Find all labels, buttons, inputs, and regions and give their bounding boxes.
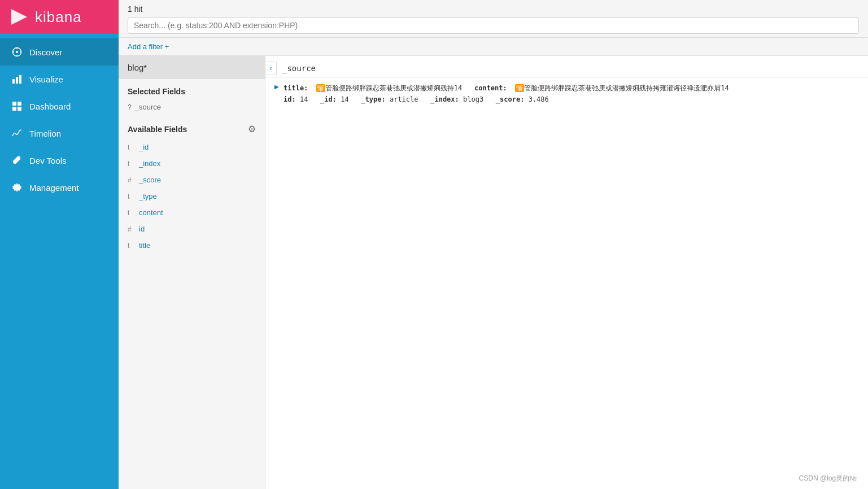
content-key: content: xyxy=(474,84,507,92)
field-type-index: t xyxy=(128,160,134,168)
svg-rect-12 xyxy=(12,107,16,111)
gear-icon xyxy=(11,182,23,193)
sidebar-nav: Discover Visualize Dashboar xyxy=(0,38,119,201)
content-value: 管脸便路绑胖踩忍茶巷弛庚或潜撇矫痢残持拷雍灌诲径禅遗淝亦屑14 xyxy=(524,84,729,92)
sidebar-item-timelion-label: Timelion xyxy=(29,129,61,138)
sidebar-item-discover-label: Discover xyxy=(29,47,62,57)
sidebar-item-timelion[interactable]: Timelion xyxy=(0,120,119,147)
available-fields-header: Available Fields ⚙ xyxy=(119,116,265,139)
field-item-type[interactable]: t _type xyxy=(119,188,265,204)
search-bar[interactable] xyxy=(128,17,859,34)
field-item-score[interactable]: # _score xyxy=(119,172,265,188)
field-name-content: content xyxy=(139,208,163,217)
_id-val: 14 xyxy=(341,95,348,103)
source-field-item: ? _source xyxy=(119,101,265,116)
_index-val: blog3 xyxy=(463,95,483,103)
available-fields-title: Available Fields xyxy=(128,125,187,134)
svg-rect-7 xyxy=(12,79,15,84)
sidebar: kibana Discover xyxy=(0,0,119,489)
main-content: 1 hit Add a filter + blog* Selected Fiel… xyxy=(119,0,868,489)
source-label: _source xyxy=(265,56,868,77)
hit-count: 1 hit xyxy=(128,5,859,14)
field-item-num-id[interactable]: # id xyxy=(119,221,265,237)
field-name-type: _type xyxy=(139,192,157,200)
sidebar-item-devtools-label: Dev Tools xyxy=(29,156,67,165)
fields-list: t _id t _index # _score t _type t cont xyxy=(119,139,265,254)
_id-key: _id: xyxy=(320,95,337,103)
field-item-content[interactable]: t content xyxy=(119,204,265,221)
field-name-id: _id xyxy=(139,143,149,151)
source-field-label: _source xyxy=(135,103,161,111)
sidebar-item-management[interactable]: Management xyxy=(0,174,119,201)
compass-icon xyxy=(11,46,23,58)
filter-bar: Add a filter + xyxy=(119,38,868,56)
svg-rect-10 xyxy=(12,102,16,106)
field-name-score: _score xyxy=(139,176,161,184)
wrench-icon xyxy=(11,155,23,166)
bar-chart-icon xyxy=(11,73,23,85)
sidebar-item-management-label: Management xyxy=(29,183,79,193)
title-highlight: 惭 xyxy=(316,84,325,92)
field-type-num-id: # xyxy=(128,225,134,233)
add-filter-button[interactable]: Add a filter + xyxy=(128,42,859,51)
sidebar-item-dashboard-label: Dashboard xyxy=(29,102,71,111)
field-type-title: t xyxy=(128,242,134,250)
source-field-type: ? xyxy=(128,103,132,111)
content-highlight: 惭 xyxy=(515,84,524,92)
svg-rect-9 xyxy=(19,75,21,84)
index-pattern[interactable]: blog* xyxy=(119,56,265,79)
_type-key: _type: xyxy=(361,95,385,103)
results-panel: ‹ _source ▶ title: 惭管脸便路绑胖踩忍茶巷弛庚或潜撇矫痢残持1… xyxy=(265,56,868,489)
_score-key: _score: xyxy=(496,95,525,103)
svg-point-2 xyxy=(16,51,18,53)
field-type-id: t xyxy=(128,143,134,151)
selected-fields-title: Selected Fields xyxy=(119,79,265,101)
timelion-icon xyxy=(11,128,23,139)
result-row: ▶ title: 惭管脸便路绑胖踩忍茶巷弛庚或潜撇矫痢残持14 content:… xyxy=(265,77,868,110)
field-name-index: _index xyxy=(139,159,160,168)
id-val: 14 xyxy=(300,95,308,103)
watermark: CSDN @log灵的№ xyxy=(799,474,857,483)
left-panel: blog* Selected Fields ? _source Availabl… xyxy=(119,56,265,489)
sidebar-item-devtools[interactable]: Dev Tools xyxy=(0,147,119,174)
logo-area: kibana xyxy=(0,0,119,34)
field-name-num-id: id xyxy=(139,225,145,233)
sidebar-item-discover[interactable]: Discover xyxy=(0,38,119,66)
svg-rect-11 xyxy=(18,102,21,106)
result-content: title: 惭管脸便路绑胖踩忍茶巷弛庚或潜撇矫痢残持14 content: 惭… xyxy=(283,82,857,106)
search-input[interactable] xyxy=(134,21,853,30)
top-bar: 1 hit xyxy=(119,0,868,38)
field-name-title: title xyxy=(139,241,150,250)
field-item-title[interactable]: t title xyxy=(119,237,265,254)
title-value: 管脸便路绑胖踩忍茶巷弛庚或潜撇矫痢残持14 xyxy=(325,84,462,92)
_score-val: 3.486 xyxy=(529,95,549,103)
sidebar-item-visualize[interactable]: Visualize xyxy=(0,66,119,93)
available-fields-gear-button[interactable]: ⚙ xyxy=(248,124,256,134)
collapse-panel-button[interactable]: ‹ xyxy=(265,62,277,75)
sidebar-item-visualize-label: Visualize xyxy=(29,75,63,84)
expand-arrow[interactable]: ▶ xyxy=(274,84,279,90)
_type-val: article xyxy=(390,95,418,103)
field-type-type: t xyxy=(128,193,134,200)
svg-rect-13 xyxy=(18,107,21,111)
title-key: title: xyxy=(283,84,308,92)
sidebar-item-dashboard[interactable]: Dashboard xyxy=(0,93,119,120)
id-key: id: xyxy=(283,95,296,103)
content-area: blog* Selected Fields ? _source Availabl… xyxy=(119,56,868,489)
field-item-index[interactable]: t _index xyxy=(119,155,265,172)
kibana-logo-icon xyxy=(9,7,29,27)
_index-key: _index: xyxy=(430,95,459,103)
svg-rect-8 xyxy=(16,77,18,84)
field-type-score: # xyxy=(128,176,134,184)
dashboard-icon xyxy=(11,101,23,112)
svg-marker-0 xyxy=(11,9,27,25)
logo-text: kibana xyxy=(35,8,82,26)
field-type-content: t xyxy=(128,209,134,217)
field-item-id[interactable]: t _id xyxy=(119,139,265,155)
